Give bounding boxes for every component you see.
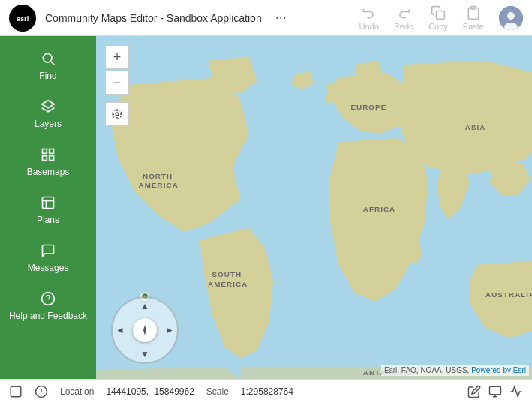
sidebar-help-label: Help and Feedback [9,311,87,321]
sidebar: Find Layers Basemaps Plans [0,36,96,379]
graph-icon [509,385,523,398]
user-avatar[interactable] [499,6,523,30]
layers-icon [41,99,56,114]
svg-rect-3 [471,6,476,8]
zoom-in-button[interactable]: + [105,45,129,69]
sidebar-find-label: Find [39,71,56,81]
svg-rect-14 [43,197,54,209]
status-bookmark-button[interactable] [9,385,23,398]
compass-widget[interactable]: ▲ ▼ ◄ ► [111,296,179,364]
location-label: Location [60,386,94,397]
app-title: Community Maps Editor - Sandbox Applicat… [45,12,262,24]
location-coords: 14441095, -15849962 [106,386,194,397]
zoom-out-button[interactable]: − [105,71,129,95]
svg-text:esri: esri [17,14,29,22]
svg-rect-36 [490,386,501,395]
svg-rect-13 [50,156,54,161]
header: esri Community Maps Editor - Sandbox App… [0,0,532,36]
svg-point-29 [116,113,119,116]
compass-north-arrow: ▲ [140,301,149,311]
sidebar-item-find[interactable]: Find [0,42,96,90]
more-button[interactable]: ··· [275,10,287,26]
sidebar-item-layers[interactable]: Layers [0,90,96,138]
compass-east-arrow: ► [165,325,174,335]
svg-rect-12 [43,156,47,161]
sidebar-item-basemaps[interactable]: Basemaps [0,138,96,186]
locate-icon [111,108,123,120]
attribution-text: Esri, FAO, NOAA, USGS, [384,366,469,374]
sidebar-item-messages[interactable]: Messages [0,234,96,282]
svg-text:ASIA: ASIA [465,123,486,131]
copy-button[interactable]: Copy [428,5,448,31]
svg-text:EUROPE: EUROPE [350,103,386,111]
compass-south-arrow: ▼ [140,349,149,359]
help-icon [41,291,56,306]
sidebar-item-plans[interactable]: Plans [0,186,96,234]
svg-rect-10 [43,149,47,154]
svg-text:AMERICA: AMERICA [208,280,248,288]
svg-marker-9 [42,101,55,108]
compass-west-arrow: ◄ [116,325,125,335]
svg-point-7 [43,53,52,62]
svg-marker-31 [143,325,146,335]
share-icon [488,385,502,398]
search-icon [41,51,56,66]
status-info-button[interactable] [35,385,48,398]
status-graph-button[interactable] [509,385,523,398]
map-attribution: Esri, FAO, NOAA, USGS, Powered by Esri [381,365,529,376]
map-container[interactable]: NORTH AMERICA SOUTH AMERICA EUROPE AFRIC… [96,36,532,379]
sidebar-item-help[interactable]: Help and Feedback [0,282,96,330]
svg-point-5 [507,12,515,20]
svg-text:AUSTRALIA: AUSTRALIA [485,290,532,299]
sidebar-plans-label: Plans [37,215,59,225]
svg-line-8 [51,62,55,65]
esri-logo: esri [9,5,36,32]
svg-text:AMERICA: AMERICA [139,181,179,189]
info-icon [35,385,48,398]
status-right-icons [467,385,523,398]
bookmark-icon [9,385,23,398]
svg-rect-2 [437,11,445,19]
svg-text:AFRICA: AFRICA [363,205,395,213]
sidebar-layers-label: Layers [35,119,62,129]
redo-button[interactable]: Redo [394,5,413,31]
locate-button[interactable] [105,102,129,126]
svg-rect-11 [50,149,54,154]
plans-icon [41,195,56,210]
scale-value: 1:295828764 [241,386,293,397]
status-share-button[interactable] [488,385,502,398]
status-editor-button[interactable] [467,385,481,398]
messages-icon [41,243,56,258]
edit-icon [467,385,481,398]
paste-button[interactable]: Paste [463,5,484,31]
compass-needle-icon [139,324,151,336]
scale-label: Scale [206,386,229,397]
svg-text:NORTH: NORTH [143,172,173,180]
sidebar-messages-label: Messages [28,263,69,273]
header-tools: Undo Redo Copy Paste [359,5,523,31]
compass-center [133,318,157,342]
status-bar: Location 14441095, -15849962 Scale 1:295… [0,379,532,403]
sidebar-basemaps-label: Basemaps [27,167,70,177]
undo-button[interactable]: Undo [359,5,379,31]
compass-ring[interactable]: ▲ ▼ ◄ ► [111,296,179,364]
powered-by-text: Powered by Esri [471,366,526,374]
map-controls: + − [105,45,129,126]
logo: esri [9,5,36,32]
basemaps-icon [41,147,56,162]
main-layout: Find Layers Basemaps Plans [0,36,532,379]
svg-text:SOUTH: SOUTH [212,270,242,278]
svg-rect-32 [11,386,21,397]
